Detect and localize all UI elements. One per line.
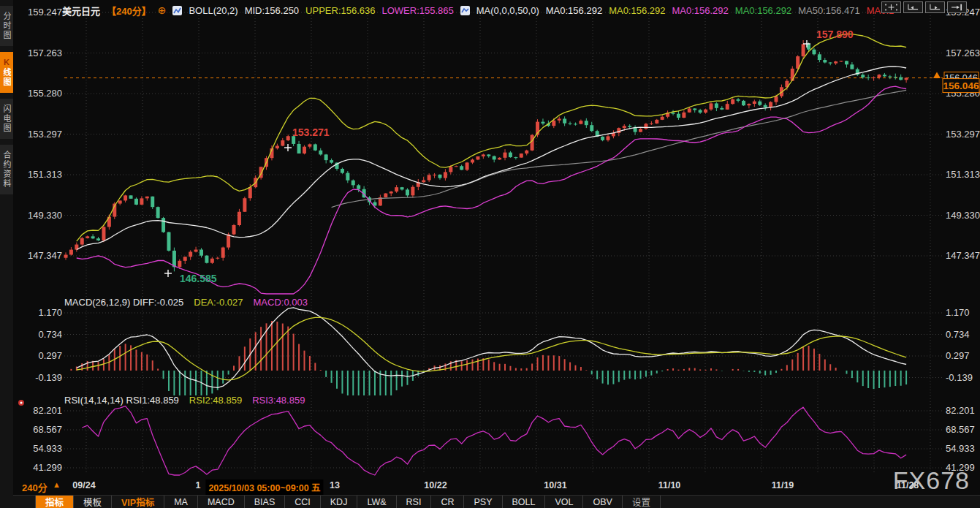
boll-upper-value: UPPER:156.636 bbox=[305, 5, 375, 16]
time-tick: 09/24 bbox=[72, 480, 95, 490]
axis-tick-label: 153.297 bbox=[28, 129, 62, 140]
toolbar-item-VIP指标[interactable]: VIP指标 bbox=[111, 496, 164, 508]
ma-values: MA0:156.292MA0:156.292MA0:156.292MA0:156… bbox=[546, 5, 894, 16]
period-label[interactable]: 【240分】 bbox=[107, 4, 151, 18]
macd-name: MACD(26,12,9) DIFF:-0.025 bbox=[64, 297, 183, 308]
shift-right-icon[interactable] bbox=[947, 1, 967, 13]
axis-tick-label: 68.567 bbox=[33, 424, 62, 435]
time-tick: 11/19 bbox=[772, 480, 794, 490]
time-tick: 10/22 bbox=[424, 480, 447, 490]
axis-tick-label: 0.734 bbox=[946, 329, 970, 340]
indicator-header: 美元日元 【240分】 ⊕ BOLL(20,2) MID:156.250 UPP… bbox=[62, 4, 894, 17]
macd-dea-value: DEA:-0.027 bbox=[194, 297, 243, 308]
expand-x-icon[interactable] bbox=[925, 1, 945, 13]
toolbar-item-VOL[interactable]: VOL bbox=[544, 496, 582, 508]
ma-value: MA0:156.292 bbox=[735, 5, 791, 16]
axis-tick-label: 149.330 bbox=[946, 210, 980, 221]
ma50-line bbox=[332, 90, 907, 207]
axis-tick-label: 1.170 bbox=[946, 307, 970, 318]
toolbar-item-MA[interactable]: MA bbox=[164, 496, 197, 508]
axis-tick-label: 54.933 bbox=[946, 443, 975, 454]
ma-value: MA0:156.292 bbox=[609, 5, 665, 16]
axis-tick-label: 159.247 bbox=[28, 7, 62, 18]
axis-tick-label: 146.585 bbox=[180, 273, 217, 284]
boll-lower-value: LOWER:155.865 bbox=[382, 5, 454, 16]
toolbar-item-模板[interactable]: 模板 bbox=[73, 496, 111, 508]
axis-tick-label: 147.347 bbox=[946, 250, 980, 261]
price-annotation: 153.271 bbox=[284, 126, 330, 151]
toolbar-item-RSI[interactable]: RSI bbox=[396, 496, 431, 508]
sidebar-tab-闪电图[interactable]: 闪电图 bbox=[0, 99, 13, 139]
watermark: FX678 bbox=[893, 466, 970, 495]
axis-tick-label: 157.263 bbox=[28, 48, 62, 58]
axis-tick-label: 155.280 bbox=[28, 88, 62, 99]
price-annotation: 157.890 bbox=[803, 29, 854, 48]
sidebar-tab-合约资料[interactable]: 合约资料 bbox=[0, 145, 13, 194]
chart-type-sidebar: 分时图K线图闪电图合约资料 bbox=[0, 0, 13, 508]
period-dropdown-icon[interactable]: ▲ bbox=[53, 480, 61, 489]
time-tick: 13 bbox=[330, 480, 340, 490]
rsi-marker-icon bbox=[18, 400, 24, 406]
toolbar-item-CR[interactable]: CR bbox=[430, 496, 463, 508]
time-tick: 2025/10/03 05:00~09:00 五 bbox=[205, 479, 323, 495]
pan-icon[interactable] bbox=[881, 1, 901, 13]
axis-tick-label: 82.201 bbox=[33, 405, 62, 416]
toolbar-item-设置[interactable]: 设置 bbox=[622, 496, 661, 508]
chart-window-buttons bbox=[881, 1, 967, 13]
ma-value: MA0:156.292 bbox=[546, 5, 602, 16]
ma-name: MA(0,0,0,50,0) bbox=[476, 5, 539, 16]
axis-tick-label: 41.299 bbox=[33, 462, 62, 473]
macd-macd-value: MACD:0.003 bbox=[254, 297, 308, 308]
compress-x-icon[interactable] bbox=[903, 1, 923, 13]
toolbar-item-CCI[interactable]: CCI bbox=[284, 496, 320, 508]
axis-tick-label: -0.139 bbox=[946, 372, 973, 383]
axis-tick-label: 157.890 bbox=[816, 29, 854, 40]
rsi-line bbox=[82, 406, 906, 475]
axis-tick-label: 153.297 bbox=[946, 129, 980, 140]
last-price-tag: 156.046156.046 bbox=[943, 72, 979, 93]
period-selector[interactable]: 240分 bbox=[22, 480, 48, 494]
time-axis: 240分 ▲ 09/2412025/10/03 05:00~09:00 五131… bbox=[0, 477, 980, 495]
boll-indicator-icon[interactable] bbox=[172, 6, 182, 15]
crosshair-icon[interactable]: ⊕ bbox=[158, 4, 167, 16]
ma-indicator-icon[interactable] bbox=[460, 6, 470, 15]
axis-tick-label: 157.263 bbox=[946, 48, 980, 58]
toolbar-item-BOLL[interactable]: BOLL bbox=[502, 496, 545, 508]
axis-tick-label: 151.313 bbox=[28, 169, 62, 180]
macd-panel-label: MACD(26,12,9) DIFF:-0.025 DEA:-0.027 MAC… bbox=[64, 297, 308, 308]
symbol-name: 美元日元 bbox=[62, 4, 100, 18]
toolbar-item-BIAS[interactable]: BIAS bbox=[244, 496, 285, 508]
toolbar-item-PSY[interactable]: PSY bbox=[463, 496, 501, 508]
time-tick: 1 bbox=[196, 480, 201, 490]
boll-upper-line bbox=[77, 34, 906, 242]
toolbar-item-指标[interactable]: 指标 bbox=[35, 496, 73, 508]
sidebar-tab-K线图[interactable]: K线图 bbox=[0, 52, 13, 93]
toolbar-item-OBV[interactable]: OBV bbox=[582, 496, 621, 508]
axis-tick-label: 68.567 bbox=[946, 424, 975, 435]
axis-tick-label: 1.170 bbox=[38, 307, 62, 318]
rsi3-value: RSI3:48.859 bbox=[252, 395, 305, 406]
indicator-toolbar: 指标模板VIP指标MAMACDBIASCCIKDJLW&RSICRPSYBOLL… bbox=[0, 495, 980, 508]
toolbar-item-KDJ[interactable]: KDJ bbox=[320, 496, 357, 508]
axis-tick-label: -0.139 bbox=[35, 372, 62, 383]
axis-tick-label: 147.347 bbox=[28, 250, 62, 261]
time-tick: 10/31 bbox=[544, 480, 566, 490]
rsi2-value: RSI2:48.859 bbox=[189, 395, 242, 406]
axis-tick-label: 0.297 bbox=[38, 350, 62, 361]
toolbar-item-MACD[interactable]: MACD bbox=[197, 496, 244, 508]
rsi-name: RSI(14,14,14) RSI1:48.859 bbox=[64, 395, 179, 406]
chart-canvas[interactable]: 159.247159.247157.263157.263155.280155.2… bbox=[0, 0, 980, 479]
axis-tick-label: 156.046 bbox=[943, 80, 979, 91]
sidebar-tab-分时图[interactable]: 分时图 bbox=[0, 6, 13, 46]
axis-tick-label: 82.201 bbox=[946, 405, 975, 416]
boll-mid-value: MID:156.250 bbox=[245, 5, 299, 16]
ma-value: MA0:156.292 bbox=[672, 5, 728, 16]
ma-value: MA50:156.471 bbox=[798, 5, 860, 16]
axis-tick-label: 0.734 bbox=[38, 329, 62, 340]
toolbar-item-LW&[interactable]: LW& bbox=[357, 496, 395, 508]
boll-lower-line bbox=[77, 86, 906, 294]
axis-tick-label: 0.297 bbox=[946, 350, 970, 361]
axis-tick-label: 149.330 bbox=[28, 210, 62, 221]
axis-tick-label: 54.933 bbox=[33, 443, 62, 454]
boll-name: BOLL(20,2) bbox=[189, 5, 238, 16]
